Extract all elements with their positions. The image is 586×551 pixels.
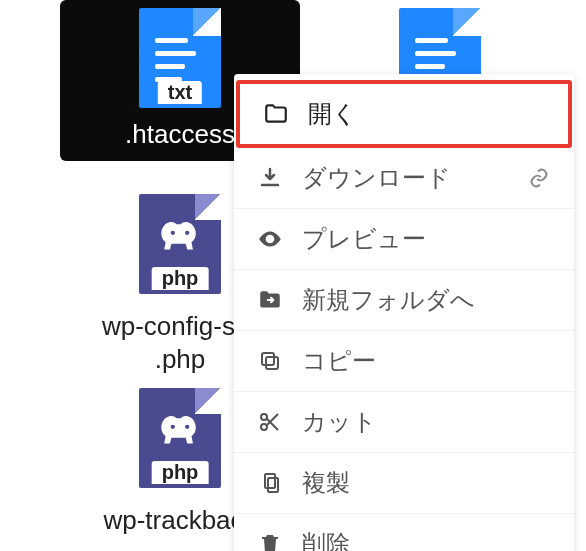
- folder-open-icon: [262, 100, 290, 128]
- menu-item-copy[interactable]: コピー: [234, 331, 574, 392]
- menu-item-delete[interactable]: 削除: [234, 514, 574, 551]
- menu-item-cut[interactable]: カット: [234, 392, 574, 453]
- eye-icon: [256, 225, 284, 253]
- context-menu: 開く ダウンロード プレビュー: [234, 74, 574, 551]
- menu-label: プレビュー: [302, 223, 426, 255]
- file-badge: php: [152, 267, 209, 290]
- menu-label: ダウンロード: [302, 162, 451, 194]
- duplicate-icon: [256, 469, 284, 497]
- trash-icon: [256, 530, 284, 551]
- menu-item-download[interactable]: ダウンロード: [234, 148, 574, 209]
- menu-label: コピー: [302, 345, 376, 377]
- menu-label: 開く: [308, 98, 357, 130]
- txt-file-icon: txt: [139, 8, 221, 108]
- file-badge: txt: [158, 81, 202, 104]
- folder-arrow-icon: [256, 286, 284, 314]
- file-badge: php: [152, 461, 209, 484]
- menu-label: カット: [302, 406, 377, 438]
- svg-rect-5: [265, 474, 275, 488]
- php-file-icon: php: [139, 388, 221, 488]
- copy-icon: [256, 347, 284, 375]
- menu-label: 複製: [302, 467, 350, 499]
- svg-rect-6: [268, 478, 278, 492]
- menu-item-open[interactable]: 開く: [236, 80, 572, 148]
- menu-item-newfolder[interactable]: 新規フォルダへ: [234, 270, 574, 331]
- svg-rect-1: [266, 357, 278, 369]
- svg-rect-2: [262, 353, 274, 365]
- menu-item-duplicate[interactable]: 複製: [234, 453, 574, 514]
- menu-label: 新規フォルダへ: [302, 284, 475, 316]
- menu-label: 削除: [302, 528, 350, 551]
- download-icon: [256, 164, 284, 192]
- file-name: .htaccess: [125, 118, 235, 151]
- menu-item-preview[interactable]: プレビュー: [234, 209, 574, 270]
- php-file-icon: php: [139, 194, 221, 294]
- link-icon: [526, 165, 552, 191]
- svg-point-0: [268, 237, 272, 241]
- scissors-icon: [256, 408, 284, 436]
